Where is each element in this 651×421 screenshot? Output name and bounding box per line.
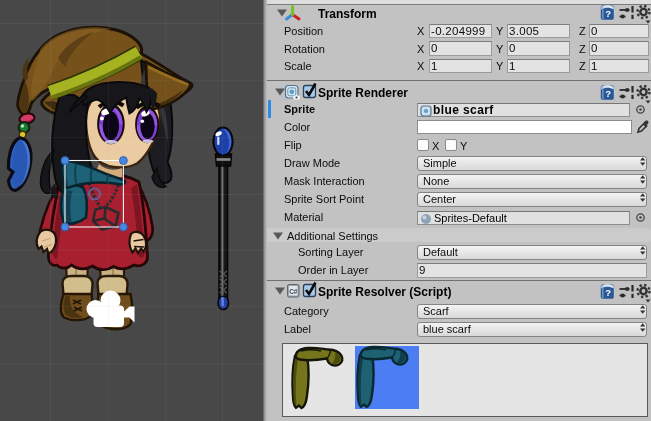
svg-text:?: ? <box>605 88 611 99</box>
svg-text:C#: C# <box>289 288 298 295</box>
svg-text:?: ? <box>605 287 611 298</box>
svg-text:?: ? <box>605 8 611 19</box>
